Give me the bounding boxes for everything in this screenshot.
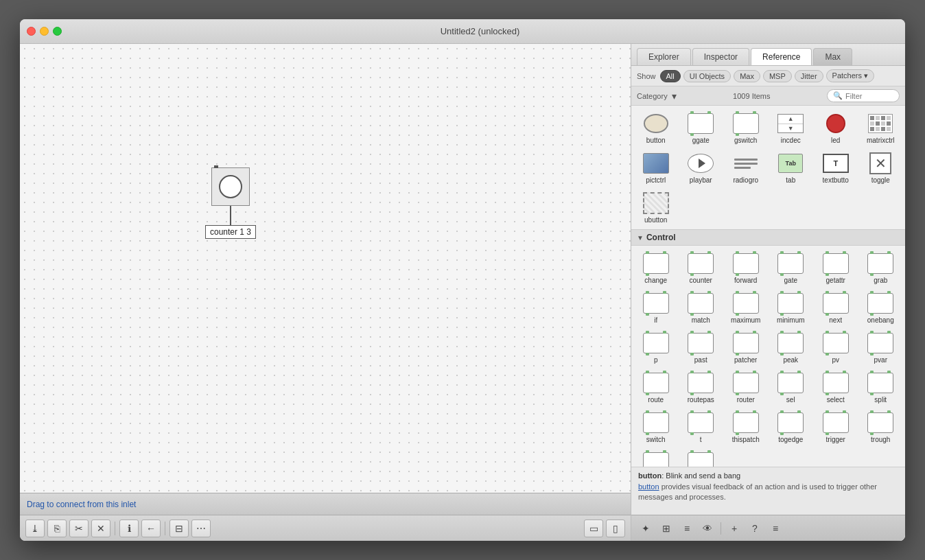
filter-jitter[interactable]: Jitter: [795, 70, 823, 82]
obj-getattr[interactable]: getattr: [814, 248, 858, 287]
tab-reference[interactable]: Reference: [751, 48, 812, 65]
toolbar-info-button[interactable]: ℹ: [119, 520, 139, 537]
maximize-button[interactable]: [53, 27, 62, 36]
obj-ubutton[interactable]: ubutton: [634, 188, 678, 226]
patcher-canvas[interactable]: counter 1 3: [20, 44, 631, 493]
obj-gswitch[interactable]: gswitch: [724, 108, 768, 147]
toolbar-open-button[interactable]: ⎘: [47, 520, 67, 537]
category-dropdown[interactable]: ▾: [672, 91, 677, 102]
tab-max[interactable]: Max: [813, 48, 852, 65]
filter-ui[interactable]: UI Objects: [683, 70, 731, 82]
obj-sel[interactable]: sel: [769, 368, 813, 406]
obj-pictctrl[interactable]: pictctrl: [634, 148, 678, 187]
info-title-line: button: Blink and send a bang: [638, 471, 898, 480]
obj-route[interactable]: route: [634, 368, 678, 406]
close-button[interactable]: [27, 27, 36, 36]
obj-button[interactable]: button: [634, 108, 678, 147]
obj-thispatch[interactable]: thispatch: [724, 408, 768, 446]
bang-object[interactable]: [211, 167, 250, 206]
toolbar-view1-button[interactable]: ▭: [584, 520, 603, 537]
obj-trigger[interactable]: trigger: [814, 408, 858, 446]
obj-grab[interactable]: grab: [859, 248, 903, 287]
control-objects-grid: change counter forward gate: [631, 246, 905, 467]
tab-icon: Tab: [775, 151, 806, 176]
matrixctrl-icon: [865, 111, 895, 136]
obj-onebang[interactable]: onebang: [859, 288, 903, 327]
obj-textbutto[interactable]: T textbutto: [814, 148, 858, 187]
obj-radiogro[interactable]: radiogro: [724, 148, 768, 187]
info-link[interactable]: button: [638, 482, 659, 491]
connector-line: [230, 206, 231, 225]
obj-togedge[interactable]: togedge: [769, 408, 813, 446]
obj-toggle[interactable]: ✕ toggle: [859, 148, 903, 187]
obj-trough[interactable]: trough: [859, 408, 903, 446]
obj-tab[interactable]: Tab tab: [769, 148, 813, 187]
obj-ggate[interactable]: ggate: [679, 108, 723, 147]
sb-btn-menu[interactable]: ≡: [766, 520, 784, 537]
tab-explorer[interactable]: Explorer: [637, 48, 691, 65]
sb-btn-grid[interactable]: ⊞: [657, 520, 675, 537]
obj-led[interactable]: led: [814, 108, 858, 147]
obj-past-label: past: [694, 356, 707, 364]
obj-if[interactable]: if: [634, 288, 678, 327]
filter-msp[interactable]: MSP: [763, 70, 792, 82]
filter-input-box[interactable]: 🔍: [827, 89, 900, 102]
obj-forward[interactable]: forward: [724, 248, 768, 287]
obj-match[interactable]: match: [679, 288, 723, 327]
obj-select[interactable]: select: [814, 368, 858, 406]
search-input[interactable]: [845, 92, 893, 100]
obj-pv[interactable]: pv: [814, 328, 858, 366]
toolbar-cut-button[interactable]: ✂: [69, 520, 89, 537]
sb-btn-star[interactable]: ✦: [637, 520, 655, 537]
ggate-shape: [688, 113, 714, 134]
obj-maximum[interactable]: maximum: [724, 288, 768, 327]
obj-routepas[interactable]: routepas: [679, 368, 723, 406]
filter-all[interactable]: All: [660, 70, 681, 82]
toolbar-new-button[interactable]: ⤓: [25, 520, 45, 537]
counter-object[interactable]: counter 1 3: [205, 225, 256, 239]
inlet-nub[interactable]: [214, 165, 218, 168]
obj-incdec[interactable]: ▲ ▼ incdec: [769, 108, 813, 147]
obj-counter-label: counter: [690, 277, 712, 284]
objects-grid-container[interactable]: button ggate gswitch: [631, 106, 905, 467]
pictctrl-icon: [641, 151, 671, 176]
filter-patchers[interactable]: Patchers ▾: [826, 69, 874, 82]
obj-counter[interactable]: counter: [679, 248, 723, 287]
sidebar-tabs: Explorer Inspector Reference Max: [631, 44, 905, 66]
obj-playbar-label: playbar: [690, 176, 712, 184]
toolbar-back-button[interactable]: ←: [141, 520, 161, 537]
obj-patcher[interactable]: patcher: [724, 328, 768, 366]
obj-peak[interactable]: peak: [769, 328, 813, 366]
sb-btn-help[interactable]: ?: [746, 520, 764, 537]
obj-pvar[interactable]: pvar: [859, 328, 903, 366]
obj-playbar[interactable]: playbar: [679, 148, 723, 187]
toolbar-grid-button[interactable]: ⊟: [169, 520, 189, 537]
sb-btn-eye[interactable]: 👁: [699, 520, 716, 537]
obj-extra2[interactable]: [679, 447, 723, 467]
minimize-button[interactable]: [40, 27, 49, 36]
obj-routepas-label: routepas: [688, 396, 714, 404]
obj-t[interactable]: t: [679, 408, 723, 446]
obj-switch[interactable]: switch: [634, 408, 678, 446]
toolbar-more-button[interactable]: ⋯: [191, 520, 211, 537]
toolbar-view2-button[interactable]: ▯: [606, 520, 625, 537]
obj-extra1[interactable]: [634, 447, 678, 467]
obj-router[interactable]: router: [724, 368, 768, 406]
control-section-header[interactable]: ▼ Control: [631, 229, 905, 246]
obj-split[interactable]: split: [859, 368, 903, 406]
obj-gate[interactable]: gate: [769, 248, 813, 287]
obj-p[interactable]: p: [634, 328, 678, 366]
obj-gate-label: gate: [784, 277, 797, 284]
tab-inspector[interactable]: Inspector: [692, 48, 749, 65]
obj-matrixctrl[interactable]: matrixctrl: [859, 108, 903, 147]
obj-minimum[interactable]: minimum: [769, 288, 813, 327]
sb-btn-list[interactable]: ≡: [678, 520, 696, 537]
sb-btn-add[interactable]: +: [725, 520, 743, 537]
toolbar-delete-button[interactable]: ✕: [91, 520, 110, 537]
filter-max[interactable]: Max: [734, 70, 760, 82]
obj-select-label: select: [827, 396, 845, 404]
obj-next[interactable]: next: [814, 288, 858, 327]
led-icon: [821, 111, 851, 136]
obj-change[interactable]: change: [634, 248, 678, 287]
obj-past[interactable]: past: [679, 328, 723, 366]
